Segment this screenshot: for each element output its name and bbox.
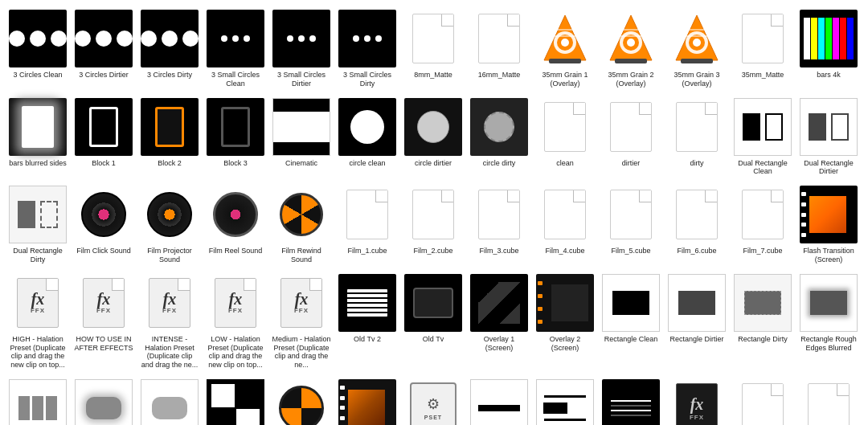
grid-item-overlay-2[interactable]: Overlay 2 (Screen) — [534, 271, 596, 373]
grid-item-dirtier[interactable]: dirtier — [600, 95, 662, 180]
grid-item-film3-cube[interactable]: Film_3.cube — [468, 182, 530, 268]
grid-item-rectangle-trio-dirty[interactable]: Rectangle Trio Dirty — [6, 376, 69, 425]
thumbnail-low-halation: fxFFX — [207, 274, 264, 332]
label-film7-cube: Film_7.cube — [743, 247, 782, 255]
thumbnail-film6-cube — [668, 186, 726, 243]
grid-item-old-tv[interactable]: Old Tv — [402, 271, 465, 373]
grid-item-circle-dirtier[interactable]: circle dirtier — [402, 95, 465, 180]
grid-item-3-small-circles-dirty[interactable]: 3 Small Circles Dirty — [336, 6, 399, 92]
grid-item-rounded-blurred[interactable]: Rounded Blurred — [138, 376, 201, 425]
grid-item-vintage-look-2[interactable]: Vintage Look 2.CUBE — [797, 376, 860, 425]
grid-item-medium-halation[interactable]: fxFFXMedium - Halation Preset (Duplicate… — [270, 271, 333, 373]
label-rectangle-rough: Rectangle Rough Edges Blurred — [799, 335, 858, 353]
grid-item-film-click-sound[interactable]: Film Click Sound — [72, 182, 135, 268]
grid-item-3-circles-clean[interactable]: 3 Circles Clean — [6, 6, 69, 92]
label-film-reel-sound: Film Reel Sound — [209, 247, 263, 255]
grid-item-16mm-matte[interactable]: 16mm_Matte — [468, 6, 530, 92]
grid-item-circle-clean[interactable]: circle clean — [336, 95, 399, 180]
grid-item-unique[interactable]: Unique — [534, 376, 596, 425]
grid-item-high-halation[interactable]: fxFFXHIGH - Halation Preset (Duplicate c… — [6, 271, 69, 373]
grid-item-dual-rect-clean[interactable]: Dual Rectangle Clean — [731, 95, 794, 180]
grid-item-clean[interactable]: clean — [534, 95, 596, 180]
grid-item-split-4-ways[interactable]: Split 4 Ways — [204, 376, 267, 425]
grid-item-old-tv-2[interactable]: Old Tv 2 — [336, 271, 399, 373]
grid-item-dirty[interactable]: dirty — [665, 95, 728, 180]
label-rectangle-clean: Rectangle Clean — [604, 335, 658, 344]
svg-point-4 — [561, 39, 569, 47]
grid-item-film2-cube[interactable]: Film_2.cube — [402, 182, 465, 268]
label-rectangle-dirtier: Rectangle Dirtier — [669, 335, 723, 344]
grid-item-circle-dirty[interactable]: circle dirty — [468, 95, 530, 180]
thumbnail-unique — [536, 379, 594, 425]
grid-item-film5-cube[interactable]: Film_5.cube — [600, 182, 662, 268]
grid-item-thicker[interactable]: thicker — [468, 376, 530, 425]
grid-item-low-halation[interactable]: fxFFXLOW - Halation Preset (Duplicate cl… — [204, 271, 267, 373]
grid-item-dual-rect-dirty[interactable]: Dual Rectangle Dirty — [6, 182, 69, 268]
grid-item-35mm-grain-2[interactable]: 35mm Grain 2 (Overlay) — [600, 6, 662, 92]
grid-item-film4-cube[interactable]: Film_4.cube — [534, 182, 596, 268]
grid-item-block-3[interactable]: Block 3 — [204, 95, 267, 180]
grid-item-how-to-use[interactable]: fxFFXHOW TO USE IN AFTER EFFECTS — [72, 271, 135, 373]
thumbnail-film1-cube — [338, 186, 396, 243]
thumbnail-3-small-circles-dirtier — [272, 10, 330, 67]
grid-item-super-8-sound[interactable]: Super 8 Sound — [270, 376, 333, 425]
grid-item-super-8mm-damaged[interactable]: Super 8mm Damaged (Multiply) — [336, 376, 399, 425]
grid-item-film-reel-sound[interactable]: Film Reel Sound — [204, 182, 267, 268]
label-film-projector-sound: Film Projector Sound — [140, 247, 199, 264]
grid-item-film1-cube[interactable]: Film_1.cube — [336, 182, 399, 268]
grid-item-block-1[interactable]: Block 1 — [72, 95, 135, 180]
grid-item-flash-transition[interactable]: Flash Transition (Screen) — [797, 182, 860, 268]
label-how-to-use: HOW TO USE IN AFTER EFFECTS — [74, 335, 133, 353]
grid-item-3-small-circles-clean[interactable]: 3 Small Circles Clean — [204, 6, 267, 92]
grid-item-film-rewind-sound[interactable]: Film Rewind Sound — [270, 182, 333, 268]
grid-item-rectangle-dirty[interactable]: Rectangle Dirty — [731, 271, 794, 373]
thumbnail-8mm-matte — [404, 10, 462, 67]
grid-item-vintage-glow[interactable]: fxFFXVINTAGE GLOW - Duplicate clip and d… — [665, 376, 728, 425]
thumbnail-35mm-grain-2 — [602, 10, 660, 67]
grid-item-dual-rect-dirtier[interactable]: Dual Rectangle Dirtier — [797, 95, 860, 180]
grid-item-35mm-matte[interactable]: 35mm_Matte — [731, 6, 794, 92]
grid-item-rounded-blurred-dirty[interactable]: Rounded Blurred Dirty — [72, 376, 135, 425]
thumbnail-film2-cube — [404, 186, 462, 243]
grid-item-cinematic[interactable]: Cinematic — [270, 95, 333, 180]
grid-item-overlay-1[interactable]: Overlay 1 (Screen) — [468, 271, 530, 373]
grid-item-block-2[interactable]: Block 2 — [138, 95, 201, 180]
thumbnail-film-rewind-sound — [272, 186, 330, 243]
grid-item-rectangle-dirtier[interactable]: Rectangle Dirtier — [665, 271, 728, 373]
label-3-small-circles-dirty: 3 Small Circles Dirty — [338, 71, 397, 88]
thumbnail-dirtier — [602, 98, 660, 156]
grid-item-rectangle-clean[interactable]: Rectangle Clean — [600, 271, 662, 373]
grid-item-film6-cube[interactable]: Film_6.cube — [665, 182, 728, 268]
label-35mm-grain-1: 35mm Grain 1 (Overlay) — [535, 71, 595, 88]
label-3-small-circles-clean: 3 Small Circles Clean — [206, 71, 265, 88]
grid-item-film7-cube[interactable]: Film_7.cube — [731, 182, 794, 268]
thumbnail-high-halation: fxFFX — [9, 274, 67, 332]
grid-item-film-projector-sound[interactable]: Film Projector Sound — [138, 182, 201, 268]
label-intense-halation: INTENSE - Halation Preset (Duplicate cli… — [140, 335, 199, 370]
thumbnail-rectangle-clean — [602, 274, 660, 332]
grid-item-bars-4k[interactable]: bars 4k — [797, 6, 860, 92]
thumbnail-super-8mm-damaged — [338, 379, 396, 425]
label-dirtier: dirtier — [622, 159, 641, 168]
grid-item-35mm-grain-1[interactable]: 35mm Grain 1 (Overlay) — [534, 6, 596, 92]
svg-rect-13 — [615, 59, 647, 63]
thumbnail-block-2 — [141, 98, 199, 156]
grid-item-vhs[interactable]: VHS — [600, 376, 662, 425]
grid-item-bars-blurred-sides[interactable]: bars blurred sides — [6, 95, 69, 180]
grid-item-film-look[interactable]: ⚙PSETThe Film Look @tinytapes — [402, 376, 465, 425]
grid-item-intense-halation[interactable]: fxFFXINTENSE - Halation Preset (Duplicat… — [138, 271, 201, 373]
grid-item-vintage-look-1[interactable]: Vintage Look 1.CUBE — [731, 376, 794, 425]
label-16mm-matte: 16mm_Matte — [478, 71, 521, 80]
label-8mm-matte: 8mm_Matte — [414, 71, 452, 80]
grid-item-3-circles-dirty[interactable]: 3 Circles Dirty — [138, 6, 201, 92]
grid-item-3-circles-dirtier[interactable]: 3 Circles Dirtier — [72, 6, 135, 92]
label-block-2: Block 2 — [158, 159, 182, 168]
grid-item-35mm-grain-3[interactable]: 35mm Grain 3 (Overlay) — [665, 6, 728, 92]
label-dual-rect-dirty: Dual Rectangle Dirty — [8, 247, 68, 264]
label-3-circles-dirty: 3 Circles Dirty — [147, 71, 192, 80]
thumbnail-16mm-matte — [470, 10, 528, 67]
grid-item-8mm-matte[interactable]: 8mm_Matte — [402, 6, 465, 92]
grid-item-rectangle-rough[interactable]: Rectangle Rough Edges Blurred — [797, 271, 860, 373]
thumbnail-film7-cube — [734, 186, 792, 243]
grid-item-3-small-circles-dirtier[interactable]: 3 Small Circles Dirtier — [270, 6, 333, 92]
